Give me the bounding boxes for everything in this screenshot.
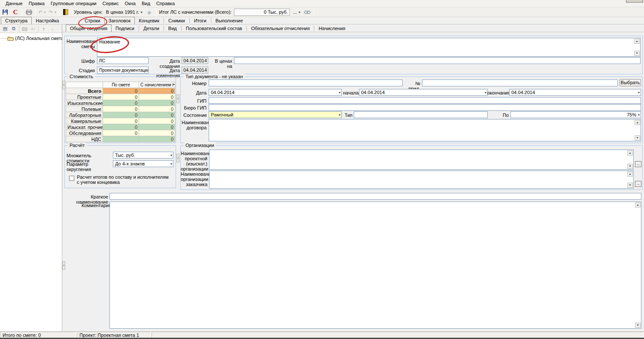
scroll-up-button[interactable]: ▲ [627, 171, 633, 177]
recalc-button[interactable]: C [11, 8, 20, 16]
collapse-middle-handle-2[interactable]: ‹ [176, 154, 179, 162]
scroll-up-button[interactable]: ▲ [635, 202, 641, 208]
collapse-middle-handle[interactable]: ‹ [176, 95, 179, 103]
scroll-down-button[interactable]: ▼ [635, 323, 641, 328]
move-down-button[interactable]: ↓ [48, 25, 57, 32]
scroll-down-button[interactable]: ▼ [635, 135, 640, 140]
row-value[interactable]: 0 [103, 100, 139, 106]
estimate-name-input[interactable]: Название ▲ ▼ [97, 38, 641, 57]
row-value[interactable]: 0 [139, 106, 175, 112]
customer-org-input[interactable]: ▲ ▼ [209, 171, 634, 189]
date-combo[interactable]: 04.04.2014 ▾ [209, 89, 342, 96]
tab-user-structure[interactable]: Пользовательский состав [182, 25, 246, 32]
row-value[interactable]: 0 [139, 124, 175, 130]
row-value[interactable]: 0 [103, 88, 139, 94]
scroll-up-button[interactable]: ▲ [635, 120, 640, 125]
prices-on-input[interactable] [234, 57, 641, 64]
row-value[interactable]: 0 [139, 130, 175, 136]
row-value[interactable]: 0 [139, 100, 175, 106]
total-ls-input[interactable] [234, 9, 290, 16]
scroll-down-button[interactable]: ▼ [634, 51, 640, 56]
row-value[interactable]: 0 [139, 136, 175, 142]
scroll-up-button[interactable]: ▲ [634, 39, 640, 44]
tab-signatures[interactable]: Подписи [112, 25, 138, 32]
multiplier-combo[interactable]: Тыс. руб. ▾ [113, 152, 173, 159]
print-button[interactable] [24, 8, 33, 16]
menu-gruppovye-operacii[interactable]: Групповые операции [48, 0, 100, 6]
row-value[interactable]: 0 [139, 88, 175, 94]
gip-input[interactable] [209, 97, 641, 104]
payment-combo[interactable]: 75% ▾ [510, 111, 641, 118]
type-input[interactable] [354, 111, 488, 118]
gip-bureau-input[interactable] [209, 104, 641, 111]
row-value[interactable]: 0 [103, 130, 139, 136]
cost-row-office[interactable]: Камеральные 0 0 [66, 118, 175, 124]
cost-row-survey[interactable]: Изыскательские 0 0 [66, 100, 175, 106]
design-org-input[interactable]: ▲ ▼ [209, 150, 634, 170]
comment-input[interactable]: ▲ ▼ [109, 202, 641, 329]
cost-row-total[interactable]: Всего 0 0 [66, 88, 175, 94]
cipher-input[interactable] [97, 57, 149, 64]
row-value[interactable]: 0 [139, 118, 175, 124]
price-level-combo[interactable]: В ценах 1991 г. ▾ [104, 8, 144, 16]
menu-dannye[interactable]: Данные [3, 0, 26, 6]
tab-totals[interactable]: Итоги [190, 17, 210, 24]
redo-button[interactable]: ↷▾ [48, 8, 57, 16]
rounding-combo[interactable]: До 4-х знаков ▾ [113, 160, 173, 167]
cost-row-inspections[interactable]: Обследования 0 0 [66, 130, 175, 136]
row-value[interactable]: 0 [139, 112, 175, 118]
stage-combo[interactable]: Проектная документация ▾ [97, 67, 149, 73]
customer-org-more-button[interactable]: ... [635, 181, 641, 187]
row-value[interactable] [103, 136, 139, 142]
cost-row-field[interactable]: Полевые 0 0 [66, 106, 175, 112]
state-combo[interactable]: Рамочный ▾ [209, 111, 342, 118]
collapse-left-handle[interactable]: ‹ [62, 81, 65, 89]
start-date-combo[interactable]: 04.04.2014 ▾ [359, 89, 488, 96]
total-more-button[interactable]: ... ▾ [291, 8, 302, 16]
tab-charges[interactable]: Начисления [315, 25, 349, 32]
row-value[interactable]: 0 [139, 94, 175, 100]
tab-mandatory-deductions[interactable]: Обязательные отчисления [247, 25, 313, 32]
tab-execution[interactable]: Выполнение [212, 17, 247, 24]
tab-rows[interactable]: Строки [81, 17, 104, 24]
tab-view[interactable]: Вид [164, 25, 181, 32]
save-button[interactable] [0, 8, 10, 16]
appendix-input[interactable] [422, 79, 618, 86]
collapse-left-handle-2[interactable]: ‹ [62, 261, 65, 270]
move-up-button[interactable]: ↑ [39, 25, 48, 32]
row-value[interactable]: 0 [103, 112, 139, 118]
cost-row-survey-other[interactable]: Изыскат. прочие 0 0 [66, 124, 175, 130]
layout-button[interactable]: ▤ [1, 25, 9, 32]
menu-okna[interactable]: Окна [122, 0, 139, 6]
tab-footer[interactable]: Концевик [135, 17, 163, 24]
row-value[interactable]: 0 [103, 94, 139, 100]
row-value[interactable]: 0 [103, 106, 139, 112]
row-value[interactable]: 0 [103, 118, 139, 124]
number-input[interactable] [209, 79, 403, 86]
menu-servis[interactable]: Сервис [100, 0, 122, 6]
tab-general-info[interactable]: Общие сведения [66, 24, 112, 32]
created-date-input[interactable] [182, 57, 208, 64]
menu-vid[interactable]: Вид [139, 0, 153, 6]
tab-settings[interactable]: Настройка [32, 17, 63, 24]
cost-row-design[interactable]: Проектные 0 0 [66, 94, 175, 100]
tab-structure[interactable]: Структура [1, 17, 32, 24]
menu-pravka[interactable]: Правка [26, 0, 48, 6]
menu-spravka[interactable]: Справка [153, 0, 178, 6]
modified-date-input[interactable] [182, 67, 208, 73]
scroll-down-button[interactable]: ▼ [627, 183, 633, 188]
choose-button[interactable]: Выбрать [620, 79, 641, 86]
cost-row-laboratory[interactable]: Лабораторные 0 0 [66, 112, 175, 118]
tree-item-local-estimate[interactable]: (ЛС) Локальная смета 1 [1, 36, 67, 41]
end-date-combo[interactable]: 04.04.2014 ▾ [509, 89, 641, 96]
price-level-apply-button[interactable]: ◈ [145, 8, 154, 16]
folder-button[interactable] [20, 25, 29, 32]
contract-name-input[interactable]: ▲ ▼ [209, 119, 641, 141]
design-org-more-button[interactable]: ... [635, 161, 641, 167]
scroll-up-button[interactable]: ▲ [627, 150, 633, 156]
exit-button[interactable] [61, 8, 70, 16]
cost-row-vat[interactable]: НДС 0 [66, 136, 175, 142]
row-value[interactable]: 0 [103, 124, 139, 130]
scroll-down-button[interactable]: ▼ [627, 164, 633, 169]
sort-button[interactable]: A↕ [29, 25, 37, 32]
